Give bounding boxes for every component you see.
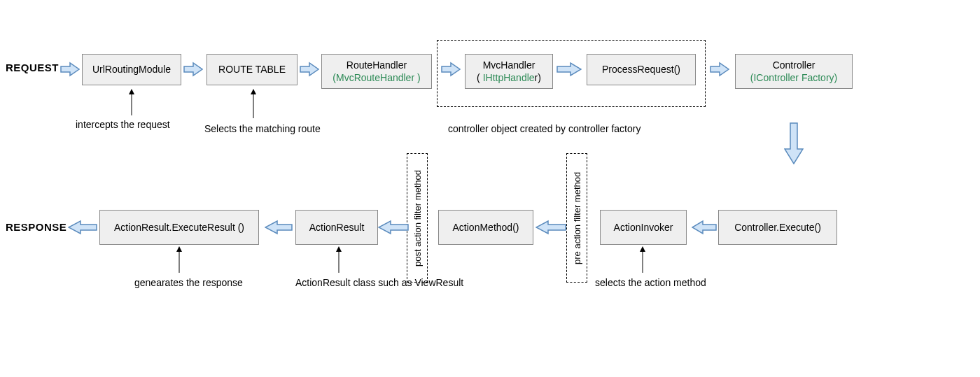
node-text: RouteHandler (346, 59, 407, 71)
annotation-controller-factory: controller object created by controller … (448, 123, 640, 134)
node-subtext: (MvcRouteHandler ) (332, 71, 420, 84)
arrow-left-icon (378, 220, 409, 235)
node-actionmethod: ActionMethod() (438, 210, 533, 245)
annotation-selects-action: selects the action method (595, 277, 706, 288)
pre-action-filter-label: pre action filter method (566, 153, 587, 283)
node-subtext: (IController Factory) (750, 71, 837, 84)
node-controller-execute: Controller.Execute() (718, 210, 837, 245)
svg-marker-9 (176, 246, 182, 252)
arrow-icon (60, 62, 80, 77)
post-action-filter-label: post action filter method (407, 153, 428, 283)
node-mvchandler: MvcHandler ( IHttpHandler) (465, 54, 553, 89)
node-actionresult-executeresult: ActionResult.ExecuteResult () (99, 210, 259, 245)
arrow-left-icon (692, 220, 717, 235)
arrow-icon (183, 62, 203, 77)
arrow-icon (441, 62, 461, 77)
annotation-arrow-icon (126, 89, 137, 117)
annotation-arrow-icon (248, 89, 259, 120)
annotation-arrow-icon (637, 246, 648, 274)
node-route-table: ROUTE TABLE (206, 54, 298, 85)
annotation-actionresult-class: ActionResult class such as ViewResult (295, 277, 463, 288)
node-text: Controller (773, 59, 816, 71)
node-subtext: ( IHttpHandler) (477, 71, 541, 84)
node-processrequest: ProcessRequest() (587, 54, 696, 85)
annotation-arrow-icon (333, 246, 344, 274)
svg-marker-1 (129, 89, 134, 94)
arrow-icon (556, 62, 582, 77)
annotation-selects-route: Selects the matching route (204, 123, 321, 134)
node-routehandler: RouteHandler (MvcRouteHandler ) (321, 54, 432, 89)
request-label: REQUEST (6, 62, 59, 73)
node-text: ActionInvoker (614, 221, 673, 234)
node-actioninvoker: ActionInvoker (600, 210, 687, 245)
arrow-left-icon (265, 220, 293, 235)
arrow-left-icon (536, 220, 566, 235)
arrow-icon (710, 62, 729, 77)
svg-marker-5 (640, 246, 645, 252)
svg-marker-3 (251, 89, 256, 94)
annotation-intercepts: intercepts the request (76, 119, 170, 130)
node-text: ProcessRequest() (602, 63, 680, 76)
arrow-left-icon (68, 220, 97, 235)
annotation-generates-response: genearates the response (134, 277, 243, 288)
annotation-arrow-icon (174, 246, 185, 274)
node-controller: Controller (IController Factory) (735, 54, 853, 89)
node-text: ActionResult.ExecuteResult () (114, 221, 244, 234)
arrow-icon (300, 62, 319, 77)
node-text: MvcHandler (483, 59, 536, 71)
node-text: UrlRoutingModule (92, 63, 171, 76)
node-text: ActionResult (309, 221, 365, 234)
arrow-down-icon (784, 122, 804, 164)
svg-marker-7 (336, 246, 342, 252)
node-text: Controller.Execute() (734, 221, 821, 234)
node-text: ActionMethod() (453, 221, 519, 234)
response-label: RESPONSE (6, 221, 66, 233)
node-actionresult: ActionResult (295, 210, 378, 245)
node-text: ROUTE TABLE (218, 63, 286, 76)
node-urlroutingmodule: UrlRoutingModule (82, 54, 181, 85)
